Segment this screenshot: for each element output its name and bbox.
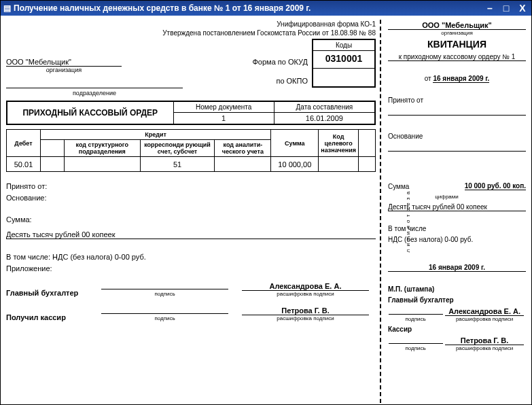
doc-num-value: 1 — [174, 113, 274, 124]
th-sum: Сумма — [271, 130, 319, 157]
form-name: Унифицированная форма КО-1 — [6, 20, 376, 29]
r-sum-label: Сумма — [388, 183, 409, 190]
r-chief-acc: Главный бухгалтер — [388, 296, 526, 304]
app-icon: ▤ — [3, 3, 11, 13]
window-title: Получение наличных денежных средств в ба… — [14, 3, 484, 13]
okpo-label: по ОКПО — [253, 71, 308, 90]
sum-words: Десять тысяч рублей 00 копеек — [6, 230, 376, 239]
titlebar[interactable]: ▤ Получение наличных денежных средств в … — [1, 1, 531, 16]
r-cashier-name: Петрова Г. В. — [445, 336, 524, 345]
td-anal — [215, 157, 271, 172]
sum-label: Сумма: — [6, 215, 376, 224]
doc-title-row: ПРИХОДНЫЙ КАССОВЫЙ ОРДЕР Номер документа… — [6, 101, 376, 125]
approval-text: Утверждена постановлением Госкомстата Ро… — [6, 29, 376, 37]
r-sum-value: 10 000 руб. 00 коп. — [465, 182, 526, 190]
r-date2: 16 января 2009 г. — [388, 264, 526, 272]
org-name: ООО "Мебельщик" — [6, 58, 122, 67]
doc-date-label: Дата составления — [274, 102, 374, 113]
document-content: Унифицированная форма КО-1 Утверждена по… — [1, 16, 531, 404]
r-org-name: ООО "Мебельщик" — [388, 21, 526, 30]
th-credit: Кредит — [41, 130, 271, 140]
order-section: Унифицированная форма КО-1 Утверждена по… — [6, 20, 380, 403]
division-value — [6, 88, 183, 88]
minimize-button[interactable]: – — [484, 3, 496, 14]
close-button[interactable]: X — [516, 3, 529, 14]
cashier-signature-row: Получил кассир подпись Петрова Г. В.расш… — [6, 306, 376, 321]
sig-caption: подпись — [94, 291, 235, 297]
division-caption: подразделение — [6, 90, 183, 96]
td-struct — [65, 157, 141, 172]
okud-value: 0310001 — [313, 51, 374, 69]
name-caption2: расшифровка подписи — [235, 315, 376, 321]
chief-acc-label: Главный бухгалтер — [6, 289, 94, 297]
chief-name: Александрова Е. А. — [242, 282, 368, 291]
cashier-label: Получил кассир — [6, 313, 94, 321]
okpo-value — [313, 69, 374, 86]
th-corr: корреспонди рующий счет, субсчет — [140, 140, 215, 157]
th-blank — [359, 130, 376, 157]
r-cashier-sig: подпись Петрова Г. В.расшифровка подписи — [388, 336, 526, 351]
credit-table: Дебет Кредит Сумма Код целевого назначен… — [6, 129, 376, 172]
r-chief-name: Александрова Е. А. — [445, 307, 524, 316]
td-debit: 50.01 — [7, 157, 41, 172]
attachment-label: Приложение: — [6, 264, 376, 272]
cashier-name: Петрова Г. В. — [242, 306, 368, 315]
td-corr: 51 — [140, 157, 215, 172]
received-from: Принято от: — [6, 182, 376, 190]
r-to-order: к приходному кассовому ордеру № 1 — [388, 53, 526, 61]
org-caption: организация — [6, 67, 122, 73]
doc-num-label: Номер документа — [174, 102, 274, 113]
r-cashier: Кассир — [388, 325, 526, 333]
r-date: 16 января 2009 г. — [433, 75, 489, 83]
chief-signature-row: Главный бухгалтер подпись Александрова Е… — [6, 282, 376, 297]
td-target — [319, 157, 359, 172]
r-basis: Основание — [388, 133, 526, 140]
name-caption: расшифровка подписи — [235, 291, 376, 297]
codes-header: Коды — [313, 40, 374, 51]
maximize-button[interactable]: □ — [500, 3, 512, 14]
cut-line-label: л и н и я о т р е з а — [405, 191, 411, 253]
r-chief-sig: подпись Александрова Е. А.расшифровка по… — [388, 307, 526, 322]
doc-date-value: 16.01.2009 — [274, 113, 374, 124]
window: ▤ Получение наличных денежных средств в … — [0, 0, 532, 405]
okud-label: Форма по ОКУД — [253, 52, 308, 71]
r-org-caption: организация — [388, 30, 526, 36]
th-debit: Дебет — [7, 130, 41, 157]
td-blank2 — [359, 157, 376, 172]
r-date-prefix: от — [425, 75, 431, 82]
r-stamp: М.П. (штампа) — [388, 285, 526, 293]
th-target: Код целевого назначения — [319, 130, 359, 157]
r-received-from: Принято от — [388, 96, 526, 104]
td-blank — [41, 157, 65, 172]
td-sum: 10 000,00 — [271, 157, 319, 172]
th-blank2 — [41, 140, 65, 157]
receipt-section: л и н и я о т р е з а ООО "Мебельщик" ор… — [380, 20, 526, 403]
incl-label: В том числе: НДС (без налога) 0-00 руб. — [6, 253, 376, 261]
sig-caption2: подпись — [94, 315, 235, 321]
doc-title: ПРИХОДНЫЙ КАССОВЫЙ ОРДЕР — [7, 102, 174, 124]
th-anal: код аналити- ческого учета — [215, 140, 271, 157]
th-struct: код структурного подразделения — [65, 140, 141, 157]
r-title: КВИТАНЦИЯ — [388, 39, 526, 50]
basis: Основание: — [6, 194, 376, 202]
